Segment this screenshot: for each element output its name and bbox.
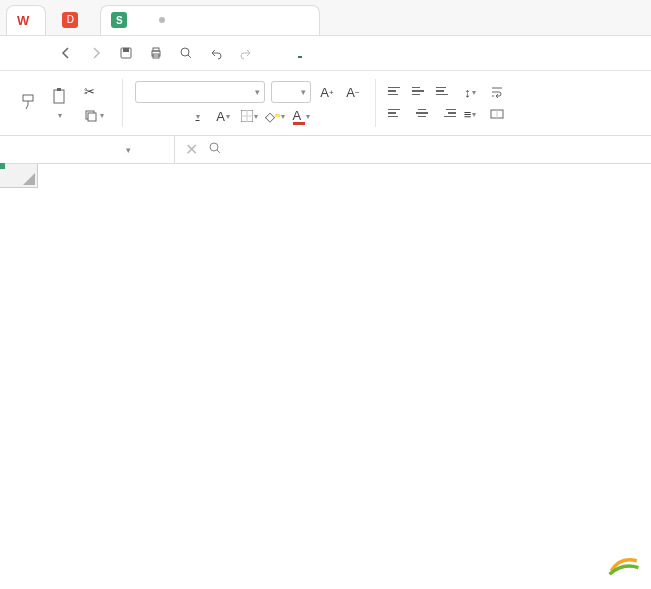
print-icon[interactable] xyxy=(148,45,164,61)
bucket-icon: ◇ xyxy=(265,109,275,124)
align-middle-button[interactable] xyxy=(412,83,432,99)
paste-button[interactable]: ▾ xyxy=(46,84,74,122)
border-icon xyxy=(241,110,253,122)
save-icon[interactable] xyxy=(118,45,134,61)
hamburger-icon[interactable] xyxy=(10,45,26,61)
search-icon[interactable] xyxy=(178,45,194,61)
align-bottom-button[interactable] xyxy=(436,83,456,99)
zoom-icon[interactable] xyxy=(208,141,222,159)
svg-line-18 xyxy=(217,150,220,153)
titlebar-tab-wps[interactable]: W xyxy=(6,5,46,35)
cut-button[interactable]: ✂ xyxy=(80,82,108,101)
menu-bar xyxy=(0,36,651,70)
menu-tab-page[interactable] xyxy=(334,49,338,57)
svg-rect-7 xyxy=(23,95,33,101)
align-left-button[interactable] xyxy=(388,105,408,121)
sheet-logo-icon: S xyxy=(111,12,127,28)
menu-tab-data[interactable] xyxy=(370,49,374,57)
font-color-button[interactable]: A▾ xyxy=(291,107,311,125)
svg-rect-9 xyxy=(57,88,61,91)
wrap-text-button[interactable] xyxy=(486,83,510,101)
daoke-logo-icon: D xyxy=(62,12,78,28)
title-bar: W D S xyxy=(0,0,651,36)
select-all-button[interactable] xyxy=(0,164,38,188)
formula-bar: ▾ ✕ xyxy=(0,136,651,164)
svg-point-5 xyxy=(181,48,189,56)
menu-tab-insert[interactable] xyxy=(316,49,320,57)
svg-rect-8 xyxy=(54,90,64,103)
menu-tab-formula[interactable] xyxy=(352,49,356,57)
format-brush-button[interactable] xyxy=(14,90,42,116)
wrap-icon xyxy=(490,85,504,99)
redo-icon[interactable] xyxy=(238,45,254,61)
font-name-select[interactable] xyxy=(135,81,265,103)
name-box-wrap: ▾ xyxy=(0,136,175,163)
svg-point-17 xyxy=(210,143,218,151)
paste-label: ▾ xyxy=(58,108,62,120)
menu-tab-view[interactable] xyxy=(406,49,410,57)
strikethrough-button[interactable]: A▾ xyxy=(213,107,233,125)
watermark-swoosh-icon xyxy=(607,551,641,579)
titlebar-tab-workbook[interactable]: S xyxy=(100,5,320,35)
formula-input[interactable] xyxy=(242,143,641,157)
ribbon-group-clipboard: ▾ ✂ ▾ xyxy=(8,75,116,131)
increase-font-button[interactable]: A+ xyxy=(317,83,337,101)
underline-button[interactable]: ▾ xyxy=(187,107,207,125)
cancel-formula-icon[interactable]: ✕ xyxy=(185,140,198,159)
font-size-select[interactable] xyxy=(271,81,311,103)
titlebar-tab-daoke[interactable]: D xyxy=(52,5,94,35)
indent-button[interactable]: ≡▾ xyxy=(460,105,480,123)
svg-line-6 xyxy=(188,55,191,58)
merge-icon xyxy=(490,107,504,121)
bold-button[interactable] xyxy=(135,107,155,125)
menu-tab-review[interactable] xyxy=(388,49,392,57)
column-headers xyxy=(38,164,651,188)
undo-icon[interactable] xyxy=(208,45,224,61)
merge-button[interactable] xyxy=(486,105,510,123)
menu-tab-start[interactable] xyxy=(298,48,302,58)
spreadsheet-grid xyxy=(0,164,651,584)
copy-icon xyxy=(84,109,98,123)
svg-rect-3 xyxy=(153,48,159,51)
forward-icon[interactable] xyxy=(88,45,104,61)
back-icon[interactable] xyxy=(58,45,74,61)
border-button[interactable]: ▾ xyxy=(239,107,259,125)
name-box-dropdown[interactable]: ▾ xyxy=(120,145,137,155)
fill-color-button[interactable]: ◇▾ xyxy=(265,107,285,125)
orientation-button[interactable]: ↕▾ xyxy=(460,83,480,101)
italic-button[interactable] xyxy=(161,107,181,125)
svg-rect-1 xyxy=(123,48,129,52)
decrease-font-button[interactable]: A− xyxy=(343,83,363,101)
format-brush-icon xyxy=(18,92,38,112)
paste-icon xyxy=(50,86,70,106)
watermark xyxy=(607,551,641,579)
svg-rect-11 xyxy=(88,113,96,121)
ribbon-group-font: A+ A− ▾ A▾ ▾ ◇▾ A▾ xyxy=(129,75,369,131)
tab-modified-dot-icon xyxy=(159,17,165,23)
ribbon: ▾ ✂ ▾ A+ A− ▾ A▾ ▾ ◇▾ A▾ xyxy=(0,70,651,136)
name-box[interactable] xyxy=(30,143,120,157)
ribbon-group-align: ↕▾ ≡▾ xyxy=(382,75,518,131)
align-top-button[interactable] xyxy=(388,83,408,99)
menu-file[interactable] xyxy=(40,49,44,57)
scissors-icon: ✂ xyxy=(84,84,95,99)
wps-logo-icon: W xyxy=(17,13,29,28)
copy-button[interactable]: ▾ xyxy=(80,107,108,125)
align-right-button[interactable] xyxy=(436,105,456,121)
align-center-button[interactable] xyxy=(412,105,432,121)
